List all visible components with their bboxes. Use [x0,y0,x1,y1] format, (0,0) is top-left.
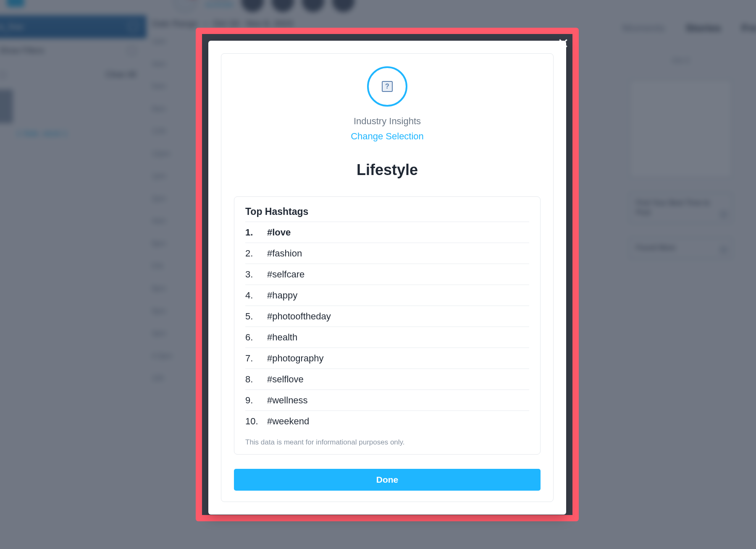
hashtag-rank: 5. [245,311,260,322]
modal-panel: ? Industry Insights Change Selection Lif… [221,53,554,502]
disclaimer-text: This data is meant for informational pur… [245,438,529,447]
industry-insights-modal: ? Industry Insights Change Selection Lif… [208,41,566,515]
insights-subtitle: Industry Insights [354,116,421,127]
top-hashtags-header: Top Hashtags [245,206,529,222]
hashtag-row: 9.#wellness [245,390,529,410]
insights-title: Lifestyle [357,161,418,179]
hashtag-rank: 7. [245,353,260,364]
hashtag-row: 10.#weekend [245,410,529,431]
highlight-frame: ? Industry Insights Change Selection Lif… [196,28,579,521]
hashtag-value: #wellness [267,395,308,406]
hashtag-value: #selflove [267,374,304,385]
hashtag-row: 2.#fashion [245,243,529,264]
hashtag-row: 3.#selfcare [245,264,529,285]
insights-header: ? Industry Insights Change Selection Lif… [234,66,541,179]
hashtag-row: 5.#photooftheday [245,306,529,327]
hashtag-value: #happy [267,290,297,301]
hashtag-value: #photography [267,353,324,364]
hashtag-value: #selfcare [267,269,304,280]
hashtag-value: #photooftheday [267,311,331,322]
hashtag-value: #weekend [267,416,309,427]
hashtag-row: 7.#photography [245,348,529,369]
hashtag-rank: 8. [245,374,260,385]
hashtag-value: #health [267,332,297,343]
change-selection-link[interactable]: Change Selection [351,131,424,142]
hashtag-row: 6.#health [245,327,529,348]
hashtag-rank: 2. [245,248,260,259]
hashtag-rank: 1. [245,227,260,238]
hashtag-row: 1.#love [245,222,529,243]
hashtag-rank: 4. [245,290,260,301]
hashtag-rank: 10. [245,416,260,427]
hashtag-rank: 6. [245,332,260,343]
question-icon: ? [382,81,393,92]
hashtag-value: #fashion [267,248,302,259]
top-hashtags-box: Top Hashtags 1.#love2.#fashion3.#selfcar… [234,196,541,455]
insights-avatar: ? [367,66,407,107]
hashtag-rank: 9. [245,395,260,406]
hashtag-row: 8.#selflove [245,369,529,390]
hashtag-rank: 3. [245,269,260,280]
hashtag-row: 4.#happy [245,285,529,306]
hashtag-value: #love [267,227,291,238]
done-button[interactable]: Done [234,469,541,491]
